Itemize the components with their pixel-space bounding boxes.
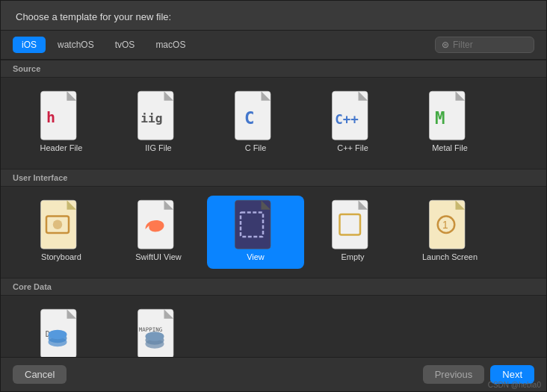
coredata-items-grid: DATA Data Model MAPPING [1,296,546,357]
launch-screen-icon: 1 [427,203,472,248]
filter-box: ⊜ [435,37,534,53]
swiftui-view-icon [136,203,181,248]
svg-point-19 [53,220,63,230]
mapping-model-icon: MAPPING [136,312,181,357]
svg-text:iig: iig [140,111,162,125]
swiftui-view-label: SwiftUI View [135,252,182,261]
cpp-file-icon: C++ [330,94,375,139]
list-item[interactable]: Storyboard [13,196,110,269]
header-file-icon: h [39,94,84,139]
svg-text:h: h [46,108,55,126]
launch-screen-label: Launch Screen [422,252,478,261]
dialog-title: Choose a template for your new file: [1,1,546,31]
tab-ios[interactable]: iOS [13,37,46,53]
list-item[interactable]: C C File [207,87,304,160]
list-item[interactable]: 1 Launch Screen [401,196,498,269]
c-file-icon: C [233,94,278,139]
list-item[interactable]: h Header File [13,87,110,160]
section-header-source: Source [1,60,546,78]
svg-point-43 [146,332,164,341]
ui-items-grid: Storyboard SwiftUI View [1,187,546,278]
list-item[interactable]: SwiftUI View [110,196,207,269]
list-item[interactable]: MAPPING Mapping Model [110,305,207,357]
metal-file-icon: M [427,94,472,139]
iig-file-label: IIG File [145,143,171,152]
header-file-label: Header File [40,143,83,152]
tab-watchos[interactable]: watchOS [49,37,103,53]
filter-input[interactable] [453,40,528,50]
dialog-footer: Cancel Previous Next [1,357,546,391]
cancel-button[interactable]: Cancel [13,365,67,384]
platform-tabs: iOS watchOS tvOS macOS ⊜ [1,31,546,60]
tab-macos[interactable]: macOS [146,37,194,53]
empty-label: Empty [341,252,364,261]
iig-file-icon: iig [136,94,181,139]
template-dialog: Choose a template for your new file: iOS… [0,0,547,392]
previous-button[interactable]: Previous [423,365,485,384]
metal-file-label: Metal File [432,143,468,152]
svg-text:C: C [244,108,255,128]
list-item[interactable]: Empty [304,196,401,269]
cpp-file-label: C++ File [337,143,368,152]
svg-text:M: M [435,108,445,128]
watermark: CSDN @hebia0 [488,381,541,389]
view-label: View [247,252,265,261]
svg-text:1: 1 [442,220,448,231]
storyboard-label: Storyboard [41,252,81,261]
list-item[interactable]: View [207,196,304,269]
filter-icon: ⊜ [442,40,449,50]
svg-point-37 [49,330,67,340]
section-header-coredata: Core Data [1,278,546,296]
list-item[interactable]: iig IIG File [110,87,207,160]
c-file-label: C File [245,143,267,152]
list-item[interactable]: C++ C++ File [304,87,401,160]
section-header-ui: User Interface [1,169,546,187]
tab-tvos[interactable]: tvOS [106,37,144,53]
source-items-grid: h Header File iig IIG File [1,78,546,169]
svg-text:C++: C++ [335,112,359,127]
empty-icon [330,203,375,248]
list-item[interactable]: M Metal File [401,87,498,160]
view-icon [233,203,278,248]
template-content: Source h Header File [1,60,546,357]
data-model-icon: DATA [39,312,84,357]
list-item[interactable]: DATA Data Model [13,305,110,357]
storyboard-icon [39,203,84,248]
